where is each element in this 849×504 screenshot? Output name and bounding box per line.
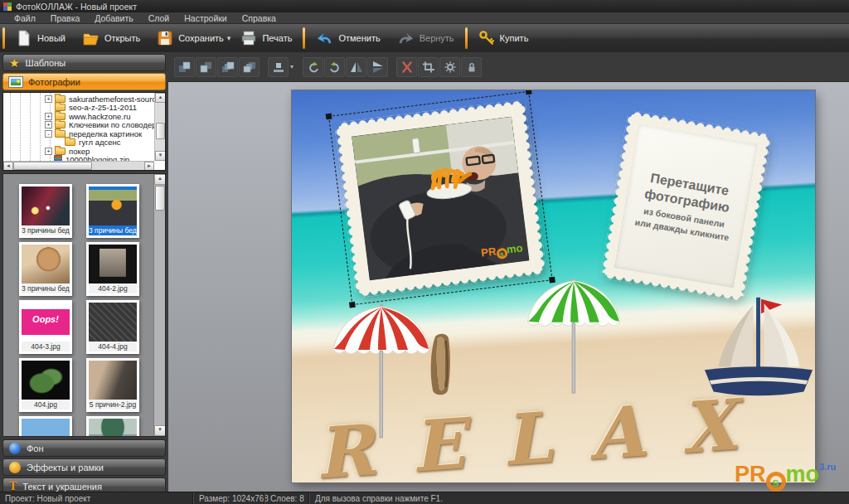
menu-layer[interactable]: Слой <box>141 13 177 23</box>
selection-handle[interactable] <box>349 302 356 308</box>
thumbnail-image <box>22 361 70 400</box>
panel-photos[interactable]: Фотографии <box>2 73 166 90</box>
folder-icon <box>55 148 65 155</box>
green-beach-umbrella[interactable] <box>524 278 623 399</box>
scroll-left-icon[interactable]: ◄ <box>3 162 13 171</box>
thumbnail-image <box>89 361 137 400</box>
scroll-down-icon[interactable]: ▼ <box>154 425 166 436</box>
thumbnail-image <box>22 187 70 225</box>
photo-icon <box>9 77 22 87</box>
scroll-up-icon[interactable]: ▲ <box>155 93 166 103</box>
tree-item[interactable]: +Ключевики по словодеру <box>3 121 154 130</box>
photo-thumbnail-list: 3 причины бедно... 3 причины бедно... 3 … <box>2 173 166 437</box>
save-button[interactable]: Сохранить <box>148 26 232 51</box>
menu-file[interactable]: Файл <box>7 13 43 23</box>
thumbnail-rock[interactable]: 3 причины бедно... <box>19 242 72 296</box>
tree-horizontal-scrollbar[interactable]: ◄ ► <box>3 161 154 170</box>
rotate-left-icon[interactable] <box>303 57 323 77</box>
thumbnail-404-4[interactable]: 404-4.jpg <box>86 300 139 354</box>
crop-icon[interactable] <box>418 57 439 77</box>
thumbnail-car[interactable]: 3 причины бедно... <box>19 184 72 238</box>
photo-stamp-man-eating[interactable]: PRsmo <box>339 104 542 293</box>
tree-item[interactable]: -переделка картинок <box>3 129 154 138</box>
thumbnail-404-3[interactable]: Oops!404-3.jpg <box>19 300 72 354</box>
rotate-right-icon[interactable] <box>324 57 345 77</box>
scrollbar-thumb[interactable] <box>13 162 92 170</box>
selection-handle[interactable] <box>549 277 555 284</box>
undo-button[interactable]: Отменить <box>308 26 388 51</box>
thumbnail-boy-globe[interactable] <box>19 416 72 437</box>
star-icon: ★ <box>9 57 20 69</box>
align-icon[interactable] <box>268 57 289 77</box>
tree-item[interactable]: гугл адсенс <box>3 138 154 148</box>
new-button[interactable]: Новый <box>7 26 74 51</box>
menu-edit[interactable]: Правка <box>43 13 87 23</box>
move-down-layer-icon[interactable] <box>196 57 216 77</box>
status-help: Для вызова справки нажмите F1. <box>310 492 443 504</box>
buy-button[interactable]: Купить <box>470 26 537 51</box>
flip-horizontal-icon[interactable] <box>346 57 366 77</box>
expand-toggle[interactable]: + <box>45 148 52 155</box>
open-button[interactable]: Открыть <box>74 26 148 51</box>
scrollbar-thumb[interactable] <box>155 186 165 211</box>
tree-item[interactable]: +sakurathemeforest-source <box>3 94 154 104</box>
flip-vertical-icon[interactable] <box>367 57 388 77</box>
scrollbar-thumb[interactable] <box>156 123 165 139</box>
empty-photo-stamp[interactable]: Перетащитефотографию из боковой панелиил… <box>604 114 767 298</box>
delete-icon[interactable] <box>396 57 417 77</box>
expand-toggle[interactable]: + <box>45 113 52 120</box>
move-up-layer-icon[interactable] <box>174 57 195 77</box>
toy-sailboat[interactable] <box>698 293 815 409</box>
thumbnail-404[interactable]: 404.jpg <box>19 358 72 412</box>
selection-handle[interactable] <box>326 114 332 120</box>
redo-button[interactable]: Вернуть <box>389 26 463 51</box>
tree-item[interactable]: seo-a-z-25-11-2011 <box>3 104 154 113</box>
redo-arrow-icon <box>397 30 415 46</box>
panel-effects[interactable]: Эффекты и рамки <box>2 458 166 476</box>
panel-background[interactable]: Фон <box>2 439 166 457</box>
selection-handle[interactable] <box>526 90 532 94</box>
scroll-right-icon[interactable]: ► <box>144 162 154 171</box>
canvas-toolbar: ▾ <box>168 52 849 82</box>
expand-toggle[interactable]: + <box>45 121 52 128</box>
properties-gear-icon[interactable] <box>439 57 460 77</box>
palette-icon <box>9 462 21 473</box>
thumbnail-5-prichin[interactable]: 5 причин-2.jpg <box>86 358 139 412</box>
tree-item[interactable]: +покер <box>3 147 154 156</box>
scroll-down-icon[interactable]: ▼ <box>155 151 166 161</box>
bring-to-front-icon[interactable] <box>217 57 238 77</box>
thumbnails-scrollbar[interactable]: ▲ ▼ <box>153 174 165 436</box>
folder-tree: +sakurathemeforest-source seo-a-z-25-11-… <box>2 92 166 171</box>
collapse-toggle[interactable]: - <box>45 130 52 138</box>
undo-arrow-icon <box>316 30 333 46</box>
thumbnail-404-2[interactable]: 404-2.jpg <box>86 242 139 296</box>
menu-add[interactable]: Добавить <box>87 13 140 23</box>
thumbnail-man-couch-selected[interactable]: 3 причины бедно... <box>86 184 139 238</box>
thumbnail-image <box>22 245 70 284</box>
menu-settings[interactable]: Настройки <box>177 13 235 23</box>
photocollage-window: ФотоКОЛЛАЖ - Новый проект Файл Правка До… <box>0 0 849 504</box>
text-T-icon: T <box>9 481 17 492</box>
menu-help[interactable]: Справка <box>235 13 284 23</box>
status-layers: Слоев: 8 <box>265 492 308 504</box>
folder-icon <box>65 138 75 146</box>
print-button[interactable]: Печать <box>232 26 300 51</box>
work-area: RELAX Перетащитефотографию из боковой па… <box>168 82 849 492</box>
open-folder-icon <box>82 30 99 46</box>
lock-icon[interactable] <box>461 57 482 77</box>
align-caret-icon[interactable]: ▾ <box>290 63 294 70</box>
toolbar-separator <box>2 27 5 49</box>
selection-box[interactable]: PRsmo <box>328 91 553 305</box>
menu-bar: Файл Правка Добавить Слой Настройки Спра… <box>0 12 849 24</box>
panel-templates[interactable]: ★ Шаблоны <box>2 54 166 71</box>
thumbnail-classroom[interactable] <box>86 416 139 437</box>
tree-vertical-scrollbar[interactable]: ▲ ▼ <box>154 93 165 161</box>
scroll-up-icon[interactable]: ▲ <box>154 174 166 185</box>
expand-toggle[interactable]: + <box>45 95 52 103</box>
send-to-back-icon[interactable] <box>239 57 260 77</box>
red-beach-umbrella[interactable] <box>330 303 433 443</box>
save-options-caret-icon[interactable]: ▾ <box>227 34 231 42</box>
tree-item[interactable]: +www.hackzone.ru <box>3 112 154 121</box>
editor-pane: ▾ RELAX Перетащитефотографию <box>168 52 849 492</box>
key-icon <box>478 30 495 46</box>
